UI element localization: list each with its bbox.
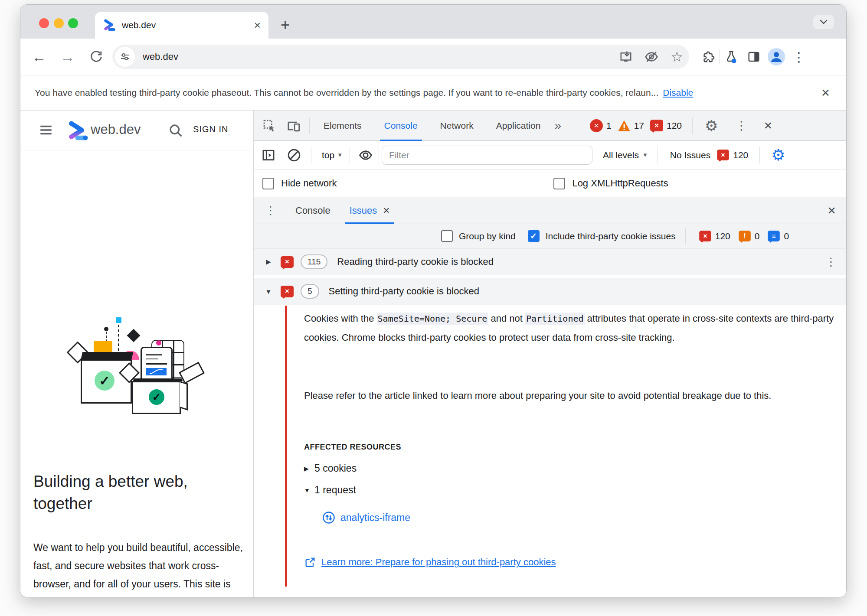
include-third-party-label: Include third-party cookie issues	[546, 231, 676, 241]
log-xhr-checkbox[interactable]	[553, 178, 565, 189]
page-title-line2: together	[33, 492, 242, 515]
drawer-tab-console[interactable]: Console	[295, 205, 330, 216]
experiments-button[interactable]	[720, 50, 743, 64]
tabbar-divider	[309, 117, 310, 134]
site-header: web.dev SIGN IN	[20, 111, 253, 150]
flask-icon	[724, 50, 738, 64]
url-text[interactable]: web.dev	[143, 51, 613, 62]
eye-icon	[358, 148, 373, 163]
illo-back-box-opening	[81, 352, 133, 361]
cookies-tree-row[interactable]: ▶ 5 cookies	[304, 463, 357, 474]
console-sidebar-toggle[interactable]	[262, 148, 275, 162]
tab-close-icon[interactable]: ×	[254, 20, 261, 31]
toolbar-div1	[311, 147, 311, 163]
tab-network[interactable]: Network	[429, 111, 485, 141]
error-count-icon[interactable]: ×	[590, 119, 603, 132]
collapse-arrow-icon[interactable]: ▶	[264, 258, 273, 266]
traffic-zoom-button[interactable]	[68, 18, 78, 28]
new-tab-button[interactable]: +	[281, 16, 290, 34]
filter-input[interactable]	[382, 146, 592, 165]
request-link-label[interactable]: analytics-iframe	[340, 512, 410, 524]
learn-more-link[interactable]: Learn more: Prepare for phasing out thir…	[304, 556, 556, 568]
more-tabs-icon[interactable]: »	[554, 119, 561, 133]
issue-description-paragraph: Cookies with the SameSite=None; Secure a…	[304, 309, 844, 347]
bookmark-star-icon[interactable]: ☆	[671, 49, 683, 65]
profile-avatar[interactable]	[765, 48, 788, 66]
console-settings-gear-icon[interactable]: ⚙	[771, 146, 785, 164]
issue-title[interactable]: Setting third-party cookie is blocked	[329, 286, 479, 297]
clear-console-button[interactable]	[287, 148, 301, 163]
issues-errors-count: 120	[715, 231, 730, 241]
tab-console[interactable]: Console	[373, 111, 429, 141]
forward-button[interactable]: →	[60, 49, 75, 64]
traffic-minimize-button[interactable]	[54, 18, 64, 28]
warning-count-icon[interactable]	[618, 120, 631, 132]
browser-tab[interactable]: web.dev ×	[95, 12, 268, 39]
site-search-button[interactable]	[168, 123, 183, 138]
hide-network-label: Hide network	[281, 178, 337, 189]
tab-elements[interactable]: Elements	[312, 111, 373, 141]
reload-button[interactable]	[89, 49, 104, 64]
inspect-element-button[interactable]	[262, 119, 276, 133]
issues-messages-count: 0	[784, 231, 789, 241]
expand-arrow-icon[interactable]: ▼	[264, 288, 273, 295]
request-tree-row[interactable]: ▼ 1 request	[304, 484, 356, 496]
site-info-button[interactable]	[115, 47, 135, 67]
issues-warnings-icon: !	[739, 231, 751, 241]
device-toolbar-button[interactable]	[287, 119, 301, 133]
issue-row-reading[interactable]: ▶ × 115 Reading third-party cookie is bl…	[254, 248, 847, 276]
context-selector[interactable]: top	[322, 150, 334, 160]
code-samesite: SameSite=None; Secure	[377, 313, 488, 325]
illo-black-diamond	[127, 329, 140, 342]
hide-network-checkbox[interactable]	[262, 178, 274, 189]
toolbar-issues-icon[interactable]: ×	[717, 150, 729, 160]
disable-link[interactable]: Disable	[663, 88, 693, 98]
sign-in-button[interactable]: SIGN IN	[193, 124, 228, 134]
console-toolbar: top ▼ All levels ▼ No Issues × 120 ⚙	[254, 141, 847, 169]
tab-application[interactable]: Application	[485, 111, 552, 141]
page-title-line1: Building a better web,	[33, 470, 242, 492]
devtools-settings-gear-icon[interactable]: ⚙	[705, 117, 718, 134]
issue-title[interactable]: Reading third-party cookie is blocked	[337, 256, 494, 267]
tab-search-chevron-button[interactable]	[813, 15, 834, 29]
side-panel-button[interactable]	[743, 50, 765, 63]
learn-more-label[interactable]: Learn more: Prepare for phasing out thir…	[321, 557, 556, 568]
extensions-button[interactable]	[697, 50, 720, 63]
drawer-menu-kebab-icon[interactable]: ⋮	[265, 204, 276, 217]
log-levels-dropdown[interactable]: All levels	[603, 150, 639, 160]
issues-tab-close-icon[interactable]: ×	[383, 204, 389, 217]
issue-row-setting[interactable]: ▼ × 5 Setting third-party cookie is bloc…	[254, 278, 847, 306]
traffic-close-button[interactable]	[39, 18, 49, 28]
infobar-close-icon[interactable]: ×	[821, 85, 830, 101]
toolbar-div4	[658, 147, 658, 163]
issues-count-icon[interactable]: ×	[650, 120, 663, 131]
preview-hidden-button[interactable]	[645, 50, 658, 64]
tabbar-divider2	[692, 117, 693, 134]
issues-errors-icon: ×	[699, 231, 711, 241]
hamburger-menu-button[interactable]	[38, 123, 54, 137]
request-link-row[interactable]: analytics-iframe	[322, 511, 410, 524]
drawer-close-icon[interactable]: ×	[828, 202, 836, 218]
tab-strip: web.dev × +	[20, 5, 846, 39]
include-third-party-checkbox[interactable]: ✓	[528, 230, 540, 242]
illo-dashed-line-1	[118, 325, 119, 351]
devtools-menu-kebab-icon[interactable]: ⋮	[736, 118, 748, 133]
toolbar-div3	[379, 147, 379, 163]
request-expand-icon[interactable]: ▼	[304, 487, 314, 494]
webdev-logo[interactable]	[66, 119, 89, 142]
back-button[interactable]: ←	[32, 49, 46, 64]
issues-count: 120	[667, 121, 682, 131]
issue-count-pill: 115	[301, 254, 327, 269]
drawer-tab-issues[interactable]: Issues ×	[348, 197, 392, 224]
group-by-kind-checkbox[interactable]	[441, 230, 453, 242]
brand-name[interactable]: web.dev	[91, 122, 141, 137]
install-app-button[interactable]	[619, 50, 632, 63]
cookies-collapse-icon[interactable]: ▶	[304, 465, 314, 472]
browser-menu-kebab-icon[interactable]: ⋮	[788, 49, 810, 65]
site-settings-sliders-icon	[120, 52, 130, 62]
address-bar[interactable]: web.dev ☆	[112, 45, 689, 69]
live-expression-eye-button[interactable]	[358, 148, 373, 163]
issue-row-kebab-icon[interactable]: ⋮	[825, 255, 837, 269]
devtools-close-icon[interactable]: ×	[764, 117, 772, 134]
no-issues-label[interactable]: No Issues	[670, 150, 710, 160]
